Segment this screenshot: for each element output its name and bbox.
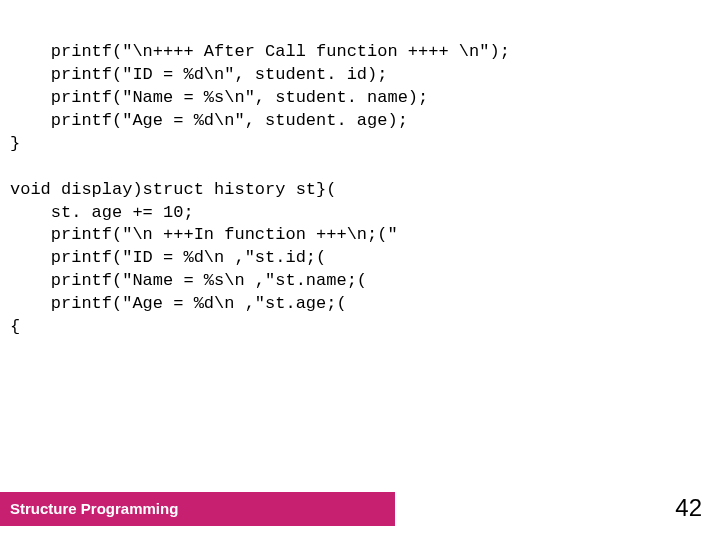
code-line: { (10, 317, 20, 336)
code-line: st. age += 10; (10, 203, 194, 222)
slide-footer: Structure Programming 42 (0, 492, 720, 526)
footer-label: Structure Programming (10, 499, 178, 519)
code-line: printf("Name = %s\n ,"st.name;( (10, 271, 367, 290)
code-line: printf("\n +++In function +++\n;(" (10, 225, 398, 244)
code-line: void display)struct history st}( (10, 180, 336, 199)
code-line: } (10, 134, 20, 153)
code-line: printf("ID = %d\n ,"st.id;( (10, 248, 326, 267)
code-line: printf("ID = %d\n", student. id); (10, 65, 387, 84)
code-block: printf("\n++++ After Call function ++++ … (0, 0, 720, 339)
code-line: printf("\n++++ After Call function ++++ … (10, 42, 510, 61)
footer-bar: Structure Programming (0, 492, 395, 526)
page-number: 42 (675, 492, 702, 524)
code-line: printf("Name = %s\n", student. name); (10, 88, 428, 107)
code-line: printf("Age = %d\n ,"st.age;( (10, 294, 347, 313)
code-line: printf("Age = %d\n", student. age); (10, 111, 408, 130)
